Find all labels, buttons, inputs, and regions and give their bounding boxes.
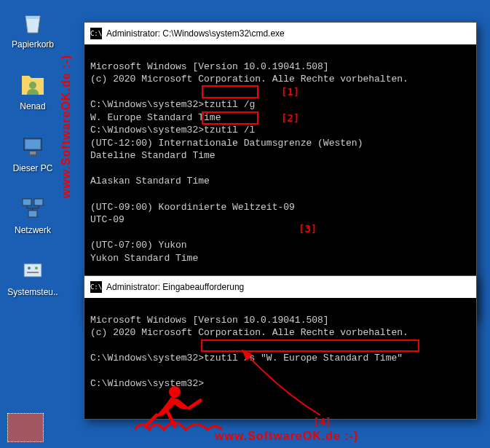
user-folder-icon — [18, 69, 47, 98]
cmd-line: C:\Windows\system32> — [90, 378, 204, 389]
svg-rect-4 — [27, 154, 39, 156]
svg-rect-8 — [24, 264, 42, 277]
window-title: Administrator: C:\Windows\system32\cmd.e… — [106, 28, 285, 39]
svg-rect-2 — [25, 140, 40, 149]
cmd-line: C:\Windows\system32>tzutil /g — [90, 99, 255, 110]
cmd-line: C:\Windows\system32>tzutil /s "W. Europe… — [90, 353, 403, 363]
selected-desktop-item[interactable] — [7, 413, 44, 442]
watermark-bottom: www.SoftwareOK.de :-) — [215, 430, 358, 443]
desktop-icon-label: Dieser PC — [7, 163, 58, 173]
control-panel-icon — [18, 255, 47, 284]
desktop-icon-label: Nenad — [7, 101, 58, 111]
svg-rect-3 — [30, 152, 36, 154]
cmd-line: (c) 2020 Microsoft Corporation. Alle Rec… — [90, 327, 408, 338]
window-title: Administrator: Eingabeaufforderung — [106, 282, 244, 292]
desktop-icon-user[interactable]: Nenad — [7, 69, 58, 111]
highlight-box-1 — [202, 85, 258, 98]
svg-point-9 — [28, 267, 31, 270]
cmd-line: W. Europe Standard Time — [90, 112, 221, 123]
this-pc-icon — [18, 131, 47, 160]
desktop-icon-control-panel[interactable]: Systemsteu.. — [7, 255, 58, 297]
cmd-line: UTC-09 — [90, 214, 125, 225]
titlebar-2[interactable]: C:\ Administrator: Eingabeaufforderung — [84, 276, 476, 298]
cmd-window-2[interactable]: C:\ Administrator: Eingabeaufforderung M… — [84, 275, 477, 420]
svg-rect-5 — [23, 199, 31, 205]
watermark-vertical: www.SoftwareOK.de :-) — [60, 55, 73, 198]
cmd-line: Microsoft Windows [Version 10.0.19041.50… — [90, 315, 329, 326]
desktop-icon-this-pc[interactable]: Dieser PC — [7, 131, 58, 173]
cmd-line: (UTC-07:00) Yukon — [90, 240, 187, 251]
desktop-icon-label: Netzwerk — [7, 225, 58, 235]
cmd-line: C:\Windows\system32>tzutil /l — [90, 125, 255, 135]
cmd-line: (c) 2020 Microsoft Corporation. Alle Rec… — [90, 74, 408, 85]
svg-rect-6 — [34, 199, 43, 205]
cmd-line: (UTC-09:00) Koordinierte Weltzeit-09 — [90, 202, 295, 213]
cmd-icon: C:\ — [90, 281, 102, 293]
svg-point-0 — [29, 82, 36, 89]
recycle-bin-icon — [18, 7, 47, 36]
cmd-line: Microsoft Windows [Version 10.0.19041.50… — [90, 61, 329, 72]
svg-rect-7 — [28, 211, 37, 217]
cmd-line: Yukon Standard Time — [90, 253, 198, 264]
desktop-icon-label: Papierkorb — [7, 39, 58, 50]
network-icon — [18, 193, 47, 222]
desktop-icon-network[interactable]: Netzwerk — [7, 193, 58, 235]
cmd-line: (UTC-12:00) Internationale Datumsgrenze … — [90, 138, 363, 149]
cmd-output-2[interactable]: Microsoft Windows [Version 10.0.19041.50… — [84, 298, 476, 419]
svg-point-10 — [35, 267, 38, 270]
svg-rect-11 — [27, 272, 39, 273]
desktop-icon-label: Systemsteu.. — [7, 287, 58, 297]
highlight-box-3 — [201, 339, 419, 352]
cmd-line: Alaskan Standard Time — [90, 176, 210, 186]
cmd-line: Dateline Standard Time — [90, 150, 216, 161]
desktop-icon-recycle-bin[interactable]: Papierkorb — [7, 7, 58, 50]
cmd-icon: C:\ — [90, 28, 102, 39]
titlebar-1[interactable]: C:\ Administrator: C:\Windows\system32\c… — [84, 23, 476, 44]
